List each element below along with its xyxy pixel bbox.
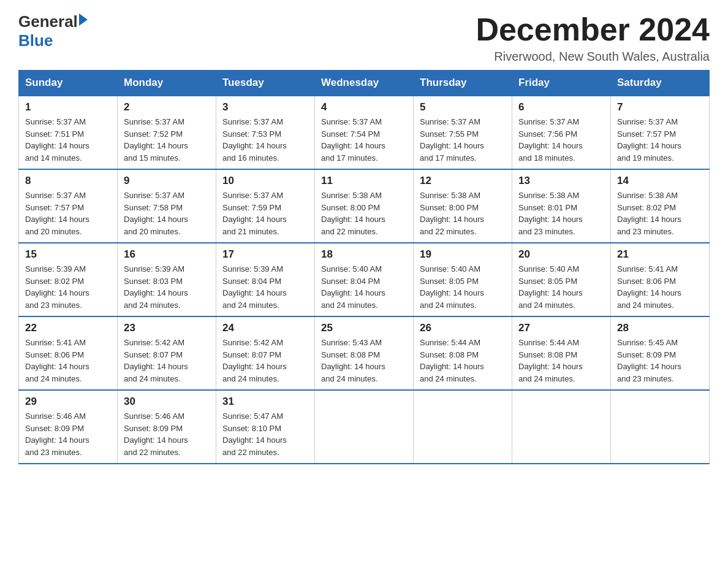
day-number: 9 — [124, 175, 210, 187]
day-number: 14 — [617, 175, 703, 187]
day-number: 24 — [222, 322, 308, 334]
calendar-cell: 2Sunrise: 5:37 AMSunset: 7:52 PMDaylight… — [118, 96, 216, 169]
weekday-header-thursday: Thursday — [414, 71, 512, 96]
day-info: Sunrise: 5:37 AMSunset: 7:59 PMDaylight:… — [222, 190, 308, 237]
day-number: 20 — [518, 248, 604, 261]
day-info: Sunrise: 5:47 AMSunset: 8:10 PMDaylight:… — [222, 410, 308, 458]
day-number: 12 — [420, 175, 506, 187]
day-info: Sunrise: 5:39 AMSunset: 8:04 PMDaylight:… — [222, 263, 308, 311]
day-info: Sunrise: 5:37 AMSunset: 7:56 PMDaylight:… — [518, 116, 604, 164]
calendar-cell: 16Sunrise: 5:39 AMSunset: 8:03 PMDayligh… — [118, 243, 216, 316]
day-number: 28 — [617, 322, 703, 334]
day-number: 3 — [222, 101, 308, 113]
day-info: Sunrise: 5:37 AMSunset: 7:57 PMDaylight:… — [25, 190, 111, 237]
calendar-cell: 1Sunrise: 5:37 AMSunset: 7:51 PMDaylight… — [19, 96, 118, 169]
day-info: Sunrise: 5:37 AMSunset: 7:55 PMDaylight:… — [420, 116, 506, 164]
calendar-week-row: 29Sunrise: 5:46 AMSunset: 8:09 PMDayligh… — [19, 390, 710, 464]
calendar-cell: 23Sunrise: 5:42 AMSunset: 8:07 PMDayligh… — [118, 316, 216, 390]
day-info: Sunrise: 5:39 AMSunset: 8:03 PMDaylight:… — [124, 263, 210, 311]
day-number: 27 — [518, 322, 604, 334]
day-info: Sunrise: 5:45 AMSunset: 8:09 PMDaylight:… — [617, 337, 703, 385]
calendar-cell: 29Sunrise: 5:46 AMSunset: 8:09 PMDayligh… — [19, 390, 118, 464]
day-number: 17 — [222, 248, 308, 261]
day-number: 16 — [124, 248, 210, 261]
day-info: Sunrise: 5:38 AMSunset: 8:00 PMDaylight:… — [321, 190, 407, 237]
day-info: Sunrise: 5:39 AMSunset: 8:02 PMDaylight:… — [25, 263, 111, 311]
month-title: December 2024 — [476, 12, 710, 47]
day-info: Sunrise: 5:46 AMSunset: 8:09 PMDaylight:… — [25, 410, 111, 458]
calendar-cell: 28Sunrise: 5:45 AMSunset: 8:09 PMDayligh… — [611, 316, 710, 390]
day-info: Sunrise: 5:43 AMSunset: 8:08 PMDaylight:… — [321, 337, 407, 385]
day-info: Sunrise: 5:37 AMSunset: 7:57 PMDaylight:… — [617, 116, 703, 164]
calendar-cell: 13Sunrise: 5:38 AMSunset: 8:01 PMDayligh… — [512, 169, 611, 243]
day-info: Sunrise: 5:42 AMSunset: 8:07 PMDaylight:… — [222, 337, 308, 385]
calendar-cell: 6Sunrise: 5:37 AMSunset: 7:56 PMDaylight… — [512, 96, 611, 169]
day-number: 23 — [124, 322, 210, 334]
day-number: 26 — [420, 322, 506, 334]
calendar-cell: 5Sunrise: 5:37 AMSunset: 7:55 PMDaylight… — [414, 96, 512, 169]
calendar-cell: 25Sunrise: 5:43 AMSunset: 8:08 PMDayligh… — [315, 316, 414, 390]
calendar-cell: 31Sunrise: 5:47 AMSunset: 8:10 PMDayligh… — [216, 390, 315, 464]
day-number: 25 — [321, 322, 407, 334]
day-info: Sunrise: 5:42 AMSunset: 8:07 PMDaylight:… — [124, 337, 210, 385]
calendar-week-row: 22Sunrise: 5:41 AMSunset: 8:06 PMDayligh… — [19, 316, 710, 390]
day-info: Sunrise: 5:41 AMSunset: 8:06 PMDaylight:… — [25, 337, 111, 385]
calendar-cell: 17Sunrise: 5:39 AMSunset: 8:04 PMDayligh… — [216, 243, 315, 316]
calendar-cell: 9Sunrise: 5:37 AMSunset: 7:58 PMDaylight… — [118, 169, 216, 243]
day-number: 4 — [321, 101, 407, 113]
weekday-header-wednesday: Wednesday — [315, 71, 414, 96]
day-number: 21 — [617, 248, 703, 261]
day-number: 30 — [124, 396, 210, 408]
weekday-header-tuesday: Tuesday — [216, 71, 315, 96]
page-header: General Blue December 2024 Riverwood, Ne… — [18, 12, 710, 64]
weekday-header-saturday: Saturday — [611, 71, 710, 96]
calendar-cell: 20Sunrise: 5:40 AMSunset: 8:05 PMDayligh… — [512, 243, 611, 316]
calendar-cell: 27Sunrise: 5:44 AMSunset: 8:08 PMDayligh… — [512, 316, 611, 390]
day-number: 5 — [420, 101, 506, 113]
calendar-cell: 7Sunrise: 5:37 AMSunset: 7:57 PMDaylight… — [611, 96, 710, 169]
calendar-table: SundayMondayTuesdayWednesdayThursdayFrid… — [18, 70, 710, 464]
day-number: 29 — [25, 396, 111, 408]
logo: General Blue — [18, 12, 88, 50]
day-number: 22 — [25, 322, 111, 334]
day-info: Sunrise: 5:38 AMSunset: 8:02 PMDaylight:… — [617, 190, 703, 237]
calendar-cell — [512, 390, 611, 464]
logo-arrow-icon — [79, 13, 88, 26]
weekday-header-sunday: Sunday — [19, 71, 118, 96]
day-number: 11 — [321, 175, 407, 187]
day-number: 13 — [518, 175, 604, 187]
calendar-cell: 4Sunrise: 5:37 AMSunset: 7:54 PMDaylight… — [315, 96, 414, 169]
day-info: Sunrise: 5:38 AMSunset: 8:00 PMDaylight:… — [420, 190, 506, 237]
calendar-cell: 8Sunrise: 5:37 AMSunset: 7:57 PMDaylight… — [19, 169, 118, 243]
calendar-cell: 26Sunrise: 5:44 AMSunset: 8:08 PMDayligh… — [414, 316, 512, 390]
day-info: Sunrise: 5:37 AMSunset: 7:53 PMDaylight:… — [222, 116, 308, 164]
logo-general: General — [18, 12, 78, 31]
calendar-cell: 3Sunrise: 5:37 AMSunset: 7:53 PMDaylight… — [216, 96, 315, 169]
day-number: 6 — [518, 101, 604, 113]
day-info: Sunrise: 5:44 AMSunset: 8:08 PMDaylight:… — [518, 337, 604, 385]
calendar-cell: 15Sunrise: 5:39 AMSunset: 8:02 PMDayligh… — [19, 243, 118, 316]
calendar-cell: 19Sunrise: 5:40 AMSunset: 8:05 PMDayligh… — [414, 243, 512, 316]
day-info: Sunrise: 5:37 AMSunset: 7:51 PMDaylight:… — [25, 116, 111, 164]
day-number: 7 — [617, 101, 703, 113]
calendar-cell: 21Sunrise: 5:41 AMSunset: 8:06 PMDayligh… — [611, 243, 710, 316]
weekday-header-friday: Friday — [512, 71, 611, 96]
day-info: Sunrise: 5:40 AMSunset: 8:05 PMDaylight:… — [420, 263, 506, 311]
day-info: Sunrise: 5:38 AMSunset: 8:01 PMDaylight:… — [518, 190, 604, 237]
calendar-cell: 14Sunrise: 5:38 AMSunset: 8:02 PMDayligh… — [611, 169, 710, 243]
day-info: Sunrise: 5:40 AMSunset: 8:04 PMDaylight:… — [321, 263, 407, 311]
day-info: Sunrise: 5:37 AMSunset: 7:54 PMDaylight:… — [321, 116, 407, 164]
calendar-cell: 12Sunrise: 5:38 AMSunset: 8:00 PMDayligh… — [414, 169, 512, 243]
day-number: 19 — [420, 248, 506, 261]
day-number: 18 — [321, 248, 407, 261]
day-info: Sunrise: 5:37 AMSunset: 7:52 PMDaylight:… — [124, 116, 210, 164]
calendar-cell: 22Sunrise: 5:41 AMSunset: 8:06 PMDayligh… — [19, 316, 118, 390]
day-number: 31 — [222, 396, 308, 408]
day-info: Sunrise: 5:37 AMSunset: 7:58 PMDaylight:… — [124, 190, 210, 237]
day-info: Sunrise: 5:44 AMSunset: 8:08 PMDaylight:… — [420, 337, 506, 385]
calendar-week-row: 15Sunrise: 5:39 AMSunset: 8:02 PMDayligh… — [19, 243, 710, 316]
weekday-header-row: SundayMondayTuesdayWednesdayThursdayFrid… — [19, 71, 710, 96]
day-number: 2 — [124, 101, 210, 113]
day-number: 15 — [25, 248, 111, 261]
day-number: 10 — [222, 175, 308, 187]
